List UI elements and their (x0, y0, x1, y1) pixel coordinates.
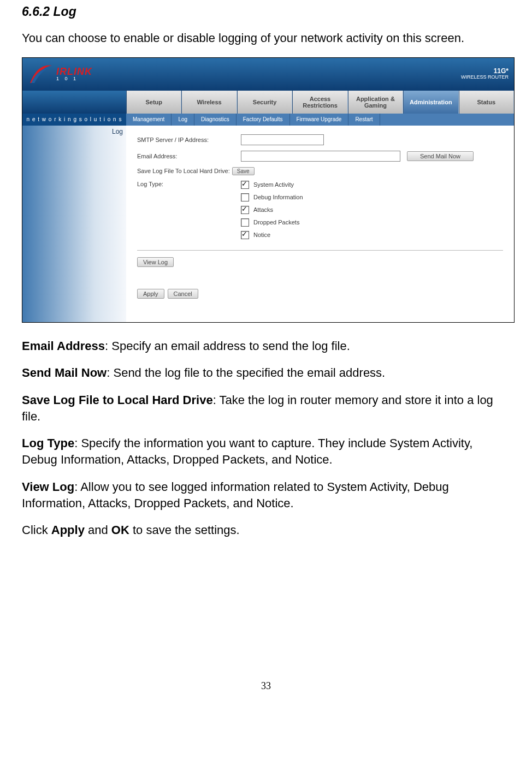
subtab-firmware-upgrade[interactable]: Firmware Upgrade (290, 114, 349, 126)
smtp-input[interactable] (241, 134, 324, 145)
p5-bold: View Log (22, 480, 74, 494)
para-view-log: View Log: Allow you to see logged inform… (22, 479, 510, 511)
para-apply-ok: Click Apply and OK to save the settings. (22, 522, 510, 538)
tab-security[interactable]: Security (237, 91, 292, 114)
label-dropped-packets: Dropped Packets (253, 219, 299, 226)
router-ui-screenshot: IRLINK 1 0 1 11G* WIRELESS ROUTER Setup … (22, 57, 515, 323)
row-smtp: SMTP Server / IP Address: (137, 134, 503, 145)
subtab-log[interactable]: Log (172, 114, 194, 126)
side-label: Log (112, 128, 123, 135)
row-save-log: Save Log File To Local Hard Drive: Save (137, 167, 503, 175)
para-send-mail-now: Send Mail Now: Send the log file to the … (22, 365, 510, 381)
p2-bold: Send Mail Now (22, 366, 107, 379)
check-debug-information: Debug Information (241, 193, 503, 201)
para-log-type: Log Type: Specify the information you wa… (22, 435, 510, 467)
p3-bold: Save Log File to Local Hard Drive (22, 393, 213, 407)
check-dropped-packets: Dropped Packets (241, 218, 503, 227)
intro-text: You can choose to enable or disable logg… (22, 30, 510, 46)
logo-icon (28, 61, 54, 87)
subtab-management[interactable]: Management (126, 114, 172, 126)
separator (137, 250, 503, 251)
check-notice: Notice (241, 231, 503, 239)
p6-c: and (85, 523, 111, 537)
check-attacks: Attacks (241, 206, 503, 214)
sub-tabs: n e t w o r k i n g s o l u t i o n s Ma… (22, 114, 514, 126)
content-area: SMTP Server / IP Address: Email Address:… (126, 126, 514, 322)
tab-wireless[interactable]: Wireless (181, 91, 237, 114)
tabs-spacer (22, 91, 126, 114)
tab-application-gaming[interactable]: Application & Gaming (348, 91, 403, 114)
p6-d: OK (111, 523, 129, 537)
save-button[interactable]: Save (232, 167, 255, 175)
p1-rest: : Specify an email address to send the l… (105, 339, 350, 353)
tab-access-restrictions[interactable]: Access Restrictions (292, 91, 347, 114)
checkbox-attacks[interactable] (241, 206, 249, 214)
checkbox-dropped-packets[interactable] (241, 218, 249, 227)
header-bar: IRLINK 1 0 1 11G* WIRELESS ROUTER (22, 58, 514, 91)
label-debug-information: Debug Information (253, 194, 303, 200)
brand-sub: 1 0 1 (56, 76, 92, 81)
label-system-activity: System Activity (253, 181, 294, 188)
email-label: Email Address: (137, 153, 241, 159)
tab-administration[interactable]: Administration (403, 91, 458, 114)
checkbox-debug-information[interactable] (241, 193, 249, 201)
subtab-factory-defaults[interactable]: Factory Defaults (237, 114, 290, 126)
badge-bottom: WIRELESS ROUTER (461, 75, 509, 80)
product-badge: 11G* WIRELESS ROUTER (461, 68, 514, 80)
view-log-button[interactable]: View Log (137, 257, 174, 267)
p6-e: to save the settings. (129, 523, 240, 537)
label-attacks: Attacks (253, 206, 273, 213)
label-notice: Notice (253, 232, 270, 238)
bottom-button-row: Apply Cancel (137, 289, 503, 299)
smtp-label: SMTP Server / IP Address: (137, 137, 241, 143)
content-row: Log SMTP Server / IP Address: Email Addr… (22, 126, 514, 322)
checkbox-notice[interactable] (241, 231, 249, 239)
tagline: n e t w o r k i n g s o l u t i o n s (27, 116, 122, 122)
row-email: Email Address: Send Mail Now (137, 151, 503, 162)
p4-rest: : Specify the information you want to ca… (22, 436, 472, 466)
tab-setup[interactable]: Setup (126, 91, 181, 114)
apply-button[interactable]: Apply (137, 289, 164, 299)
p6-b: Apply (51, 523, 85, 537)
main-tabs: Setup Wireless Security Access Restricti… (22, 91, 514, 114)
save-log-label: Save Log File To Local Hard Drive: (137, 168, 230, 174)
page-number: 33 (22, 680, 510, 692)
para-email-address: Email Address: Specify an email address … (22, 338, 510, 354)
logo-area: IRLINK 1 0 1 (22, 58, 132, 91)
subtab-restart[interactable]: Restart (348, 114, 380, 126)
p1-bold: Email Address (22, 339, 105, 353)
send-mail-now-button[interactable]: Send Mail Now (407, 151, 474, 161)
side-gradient: Log (22, 126, 126, 322)
p5-rest: : Allow you to see logged information re… (22, 480, 449, 510)
tab-status[interactable]: Status (459, 91, 514, 114)
log-type-label: Log Type: (137, 181, 241, 187)
p6-a: Click (22, 523, 51, 537)
subtab-diagnostics[interactable]: Diagnostics (194, 114, 237, 126)
cancel-button[interactable]: Cancel (168, 289, 198, 299)
p4-bold: Log Type (22, 436, 74, 450)
check-system-activity: System Activity (241, 181, 503, 189)
email-input[interactable] (241, 151, 400, 162)
section-heading: 6.6.2 Log (22, 4, 510, 19)
brand-text: IRLINK (56, 67, 92, 76)
row-log-type: Log Type: System Activity Debug Informat… (137, 181, 503, 244)
checkbox-system-activity[interactable] (241, 181, 249, 189)
p2-rest: : Send the log file to the specified the… (107, 366, 385, 379)
tagline-cell: n e t w o r k i n g s o l u t i o n s (22, 114, 126, 126)
para-save-log: Save Log File to Local Hard Drive: Take … (22, 392, 510, 424)
